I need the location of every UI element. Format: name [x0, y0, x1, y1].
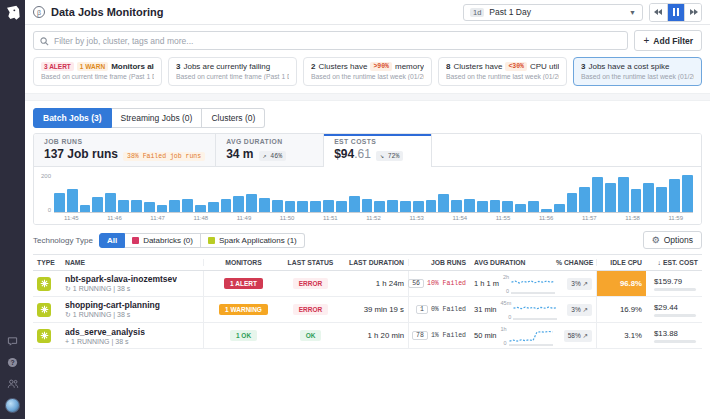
- sort-desc-icon: ↓: [658, 259, 661, 266]
- stat-est-costs[interactable]: EST COSTS $94.61 ↘ 72%: [324, 134, 432, 167]
- avg-duration-cell: 50 min 1h0: [470, 323, 552, 348]
- stat-tabs: JOB RUNS 137 Job runs 38% Failed job run…: [34, 134, 701, 167]
- chart-bar: [182, 199, 193, 212]
- table-row[interactable]: ads_serve_analysis + 1 RUNNING | 38 s 1 …: [33, 323, 702, 349]
- card-title: Monitors alerting: [111, 62, 154, 71]
- pause-button[interactable]: [667, 4, 684, 21]
- x-axis: 11:4511:4611:4711:4811:4911:5011:5111:52…: [54, 213, 693, 221]
- col-header-last-status[interactable]: LAST STATUS: [283, 259, 338, 266]
- col-header-avg-duration[interactable]: AVG DURATION: [470, 259, 552, 266]
- datadog-logo-icon[interactable]: [4, 4, 21, 21]
- section-divider: [25, 93, 710, 101]
- spark-color-swatch: [208, 237, 215, 244]
- forward-button[interactable]: [684, 4, 701, 21]
- top-bar: β Data Jobs Monitoring 1d Past 1 Day ▼: [25, 0, 710, 25]
- failed-runs-badge: 38% Failed job runs: [123, 152, 205, 161]
- x-axis-label: 11:45: [64, 215, 79, 221]
- col-header-idle-cpu[interactable]: IDLE CPU: [596, 259, 646, 266]
- chart-bar: [592, 177, 603, 212]
- est-cost-cell: $29.44: [646, 297, 702, 322]
- job-name-cell[interactable]: ads_serve_analysis + 1 RUNNING | 38 s: [61, 323, 203, 348]
- change-cell: 3% ↗: [552, 297, 596, 322]
- stat-job-runs[interactable]: JOB RUNS 137 Job runs 38% Failed job run…: [34, 134, 216, 167]
- monitors-cell: 1 OK: [203, 323, 283, 348]
- add-filter-button[interactable]: + Add Filter: [634, 30, 702, 51]
- chart-bar: [157, 205, 168, 212]
- cost-bar: [654, 314, 696, 317]
- x-axis-label: 11:55: [496, 215, 511, 221]
- search-input[interactable]: [54, 36, 621, 46]
- x-axis-label: 11:58: [625, 215, 640, 221]
- status-badge: ERROR: [293, 278, 328, 289]
- chart-bar: [631, 189, 642, 212]
- svg-text:?: ?: [10, 358, 14, 365]
- options-button[interactable]: ⚙ Options: [643, 231, 702, 249]
- cpu-threshold-badge: <30%: [505, 62, 527, 71]
- spark-app-icon: [37, 329, 51, 343]
- warning-badge[interactable]: 1 WARNING: [219, 304, 268, 315]
- tab-clusters[interactable]: Clusters (0): [202, 108, 265, 128]
- tab-batch-jobs[interactable]: Batch Jobs (3): [33, 108, 112, 128]
- chart-bar: [285, 201, 296, 212]
- table-toolbar: Technology Type All Databricks (0) Spark…: [25, 225, 710, 254]
- view-tabs: Batch Jobs (3) Streaming Jobs (0) Cluste…: [25, 101, 710, 128]
- tech-filter-spark[interactable]: Spark Applications (1): [201, 233, 305, 248]
- chart-bar: [618, 177, 629, 212]
- users-icon[interactable]: [7, 377, 19, 389]
- rewind-button[interactable]: [650, 4, 667, 21]
- memory-threshold-badge: >90%: [370, 62, 392, 71]
- chart-bar: [502, 201, 513, 212]
- chart-bar: [413, 201, 424, 212]
- user-avatar[interactable]: [5, 398, 20, 413]
- chart-bar: [438, 194, 449, 212]
- stat-avg-duration[interactable]: AVG DURATION 34 m ↗ 46%: [216, 134, 324, 167]
- card-monitors-alerting[interactable]: 3 ALERT 1 WARN Monitors alerting Based o…: [33, 57, 162, 86]
- job-name-cell[interactable]: nbt-spark-slava-inozemtsev ↻ 1 RUNNING |…: [61, 271, 203, 296]
- x-axis-label: 11:46: [107, 215, 122, 221]
- chart-bar: [464, 199, 475, 212]
- col-header-type[interactable]: TYPE: [33, 259, 61, 266]
- chart-bar: [349, 196, 360, 212]
- last-duration-cell: 39 min 19 s: [338, 297, 408, 322]
- col-header-name[interactable]: NAME: [61, 259, 203, 266]
- col-header-monitors[interactable]: MONITORS: [203, 259, 283, 266]
- card-cost-spike[interactable]: 3 Jobs have a cost spike Based on the ru…: [573, 57, 702, 86]
- col-header-last-duration[interactable]: LAST DURATION: [338, 259, 408, 266]
- chart-bar: [67, 189, 78, 212]
- time-range-label: Past 1 Day: [489, 7, 531, 17]
- col-header-change[interactable]: % CHANGE: [552, 259, 596, 266]
- card-jobs-failing[interactable]: 3 Jobs are currently failing Based on cu…: [168, 57, 297, 86]
- search-box[interactable]: [33, 31, 628, 50]
- job-name-cell[interactable]: shopping-cart-planning ↻ 1 RUNNING | 38 …: [61, 297, 203, 322]
- card-cpu-utilization[interactable]: 8 Clusters have <30% CPU utilization Bas…: [438, 57, 567, 86]
- table-row[interactable]: nbt-spark-slava-inozemtsev ↻ 1 RUNNING |…: [33, 271, 702, 297]
- tab-streaming-jobs[interactable]: Streaming Jobs (0): [112, 108, 203, 128]
- col-header-est-cost[interactable]: ↓ EST. COST: [646, 259, 702, 266]
- chart-bar: [400, 201, 411, 212]
- warn-count-badge: 1 WARN: [77, 62, 108, 71]
- tech-filter-databricks[interactable]: Databricks (0): [125, 233, 201, 248]
- tech-filter-all[interactable]: All: [99, 233, 125, 248]
- card-subtitle: Based on current time frame (Past 1 Day): [176, 73, 289, 80]
- chart-bar: [528, 201, 539, 212]
- avg-duration-sparkline: 1h0: [501, 326, 553, 346]
- help-icon[interactable]: ?: [7, 356, 19, 368]
- change-badge: 3% ↗: [567, 304, 592, 316]
- chart-bar: [362, 199, 373, 212]
- job-runs-chart[interactable]: 200 0 11:4511:4611:4711:4811:4911:5011:5…: [34, 167, 701, 224]
- x-axis-label: 11:48: [194, 215, 209, 221]
- ok-badge[interactable]: 1 OK: [230, 330, 257, 341]
- chart-bar: [144, 202, 155, 212]
- main-content: β Data Jobs Monitoring 1d Past 1 Day ▼: [25, 0, 710, 419]
- alert-badge[interactable]: 1 ALERT: [224, 278, 263, 289]
- time-range-select[interactable]: 1d Past 1 Day ▼: [463, 4, 643, 21]
- change-cell: 3% ↗: [552, 271, 596, 296]
- chart-bar: [105, 193, 116, 212]
- x-axis-label: 11:51: [323, 215, 338, 221]
- table-row[interactable]: shopping-cart-planning ↻ 1 RUNNING | 38 …: [33, 297, 702, 323]
- x-axis-label: 11:53: [409, 215, 424, 221]
- chart-bar: [208, 202, 219, 212]
- col-header-job-runs[interactable]: JOB RUNS: [408, 259, 470, 266]
- chat-icon[interactable]: [7, 335, 19, 347]
- card-memory-usage[interactable]: 2 Clusters have >90% memory usage Based …: [303, 57, 432, 86]
